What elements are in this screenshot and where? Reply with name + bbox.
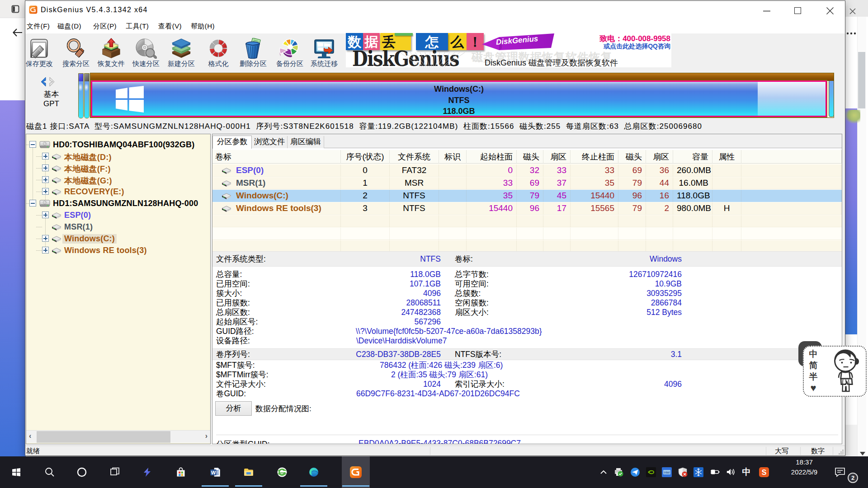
tree-item-MSR(1)[interactable]: MSR(1) xyxy=(26,221,209,233)
table-row-ESP(0)[interactable]: ESP(0)0FAT3203233336936260.0MB xyxy=(212,164,842,177)
toolbar-button-保存更改[interactable]: 保存更改 xyxy=(22,36,57,68)
column-header-filesystem[interactable]: 文件系统 xyxy=(390,150,439,164)
menu-item-6[interactable]: 帮助(H) xyxy=(191,22,215,33)
expand-box[interactable] xyxy=(42,153,49,160)
expand-box[interactable] xyxy=(42,176,49,183)
tab-扇区编辑[interactable]: 扇区编辑 xyxy=(288,136,324,148)
word-icon[interactable]: W xyxy=(210,467,221,478)
ad-banner[interactable]: 磁盘管理数据恢复软件恢复 DiskGenius 数据丢么怎！ DiskGeniu… xyxy=(346,32,671,67)
background-close-icon[interactable] xyxy=(849,7,857,15)
tray-nvidia-icon[interactable] xyxy=(646,467,656,477)
menu-item-4[interactable]: 工具(T) xyxy=(126,22,149,33)
ie-icon[interactable] xyxy=(277,467,288,478)
column-header-end-cyl[interactable]: 终止柱面 xyxy=(571,150,618,164)
table-row-MSR(1)[interactable]: MSR(1)1MSR33693735794416.0MB xyxy=(212,177,842,189)
partition-bar-re[interactable] xyxy=(829,80,834,117)
tray-printer-icon[interactable] xyxy=(614,467,624,477)
detail-label: GUID路径: xyxy=(216,327,254,336)
expand-box[interactable] xyxy=(42,247,49,253)
titlebar[interactable]: DiskGenius V5.4.3.1342 x64 xyxy=(25,1,845,21)
tree-item-本地磁盘(D:)[interactable]: 本地磁盘(D:) xyxy=(26,150,209,162)
menu-item-2[interactable]: 磁盘(D) xyxy=(57,22,81,33)
resize-grip[interactable] xyxy=(838,449,844,455)
expand-box[interactable] xyxy=(42,235,49,242)
menu-item-5[interactable]: 查看(V) xyxy=(158,22,182,33)
partition-bar-c[interactable]: Windows(C:)NTFS118.0GB xyxy=(91,80,827,117)
tray-intel-icon[interactable]: intel xyxy=(662,467,672,477)
tab-浏览文件[interactable]: 浏览文件 xyxy=(252,136,288,148)
store-icon[interactable] xyxy=(175,467,186,478)
diskgenius-taskbar-icon[interactable] xyxy=(349,466,362,479)
start-icon[interactable] xyxy=(11,467,22,478)
toolbar-button-搜索分区[interactable]: 搜索分区 xyxy=(59,36,93,68)
maximize-icon[interactable] xyxy=(794,7,801,14)
tray-snowflake-icon[interactable] xyxy=(693,467,703,477)
tray-ime-icon[interactable]: 中 xyxy=(741,467,751,477)
expand-box[interactable] xyxy=(42,164,49,171)
explorer-icon[interactable] xyxy=(243,467,254,478)
column-header-start-head[interactable]: 磁头 xyxy=(517,150,543,164)
tree-item-本地磁盘(G:)[interactable]: 本地磁盘(G:) xyxy=(26,174,209,186)
tray-chevron-icon[interactable] xyxy=(600,469,607,476)
analyze-button[interactable]: 分析 xyxy=(215,401,252,416)
menu-item-3[interactable]: 分区(P) xyxy=(93,22,117,33)
minibar-msr[interactable] xyxy=(84,73,90,118)
expand-box[interactable] xyxy=(42,211,49,218)
tray-defender-icon[interactable] xyxy=(678,467,688,477)
column-header-volume[interactable]: 卷标 xyxy=(212,150,341,164)
task-view-icon[interactable] xyxy=(109,467,120,478)
table-row-Windows RE tools(3)[interactable]: Windows RE tools(3)3NTFS1544096171556579… xyxy=(212,202,842,215)
tray-sogou-icon[interactable]: S xyxy=(759,467,769,477)
tree-item-RECOVERY(E:)[interactable]: RECOVERY(E:) xyxy=(26,186,209,197)
column-header-start-cyl[interactable]: 起始柱面 xyxy=(467,150,517,164)
close-icon[interactable] xyxy=(826,7,834,14)
cortana-icon[interactable] xyxy=(76,467,87,478)
tray-plane-icon[interactable] xyxy=(630,467,640,477)
column-header-index[interactable]: 序号(状态) xyxy=(341,150,390,164)
background-scroll-down-icon[interactable] xyxy=(859,451,866,456)
toolbar-button-恢复文件[interactable]: 恢复文件 xyxy=(94,36,128,68)
tray-power-icon[interactable] xyxy=(710,467,720,477)
background-more-icon[interactable] xyxy=(846,32,857,35)
tab-分区参数[interactable]: 分区参数 xyxy=(212,136,252,149)
bolt-app-icon[interactable] xyxy=(142,467,153,478)
tree-hscrollbar[interactable]: ‹ › xyxy=(26,430,210,443)
tree-hscrollbar-thumb[interactable] xyxy=(37,431,170,443)
column-header-start-sector[interactable]: 扇区 xyxy=(543,150,571,164)
minimize-icon[interactable] xyxy=(763,10,770,12)
column-header-flag[interactable]: 标识 xyxy=(439,150,467,164)
column-header-capacity[interactable]: 容量 xyxy=(673,150,712,164)
tree-item-HD0:TOSHIBAMQ04ABF100(932GB)[interactable]: HD0:TOSHIBAMQ04ABF100(932GB) xyxy=(26,139,209,150)
column-header-end-sector[interactable]: 扇区 xyxy=(646,150,673,164)
taskbar-clock[interactable]: 18:372022/5/9 xyxy=(782,457,827,477)
tree-item-HD1:SAMSUNGMZNLN128HAHQ-000[interactable]: HD1:SAMSUNGMZNLN128HAHQ-000 xyxy=(26,197,209,209)
background-scrollbar-thumb[interactable] xyxy=(858,52,865,108)
toolbar-button-格式化[interactable]: 格式化 xyxy=(201,36,236,68)
tree-item-Windows(C:)[interactable]: Windows(C:) xyxy=(26,233,209,244)
menu-item-1[interactable]: 文件(F) xyxy=(27,22,50,33)
edge-icon[interactable] xyxy=(308,467,319,478)
scroll-left-icon[interactable]: ‹ xyxy=(29,432,31,440)
disk-nav-arrows[interactable] xyxy=(39,77,58,87)
expand-box[interactable] xyxy=(42,188,49,195)
search-icon[interactable] xyxy=(44,467,55,478)
toolbar-button-新建分区[interactable]: 新建分区 xyxy=(164,36,198,68)
column-header-attr[interactable]: 属性 xyxy=(712,150,741,164)
toolbar-button-删除分区[interactable]: 删除分区 xyxy=(236,36,270,68)
tree-item-Windows RE tools(3)[interactable]: Windows RE tools(3) xyxy=(26,244,209,256)
toolbar-button-备份分区[interactable]: 备份分区 xyxy=(273,36,307,68)
table-row-Windows(C:)[interactable]: Windows(C:)2NTFS357945154409616118.0GB xyxy=(212,190,842,202)
column-header-end-head[interactable]: 磁头 xyxy=(618,150,646,164)
tree-item-ESP(0)[interactable]: ESP(0) xyxy=(26,209,209,221)
scroll-right-icon[interactable]: › xyxy=(205,432,208,440)
tray-speaker-icon[interactable] xyxy=(726,467,736,477)
collapse-box[interactable] xyxy=(29,141,36,148)
toolbar-button-快速分区[interactable]: 快速分区 xyxy=(129,36,163,68)
toolbar-button-系统迁移[interactable]: 系统迁移 xyxy=(307,36,341,68)
notification-icon[interactable] xyxy=(834,466,846,477)
tree-item-本地磁盘(F:)[interactable]: 本地磁盘(F:) xyxy=(26,162,209,174)
detail-row: 文件记录大小:1024索引记录大小:4096 xyxy=(212,380,842,389)
collapse-box[interactable] xyxy=(29,200,36,206)
back-arrow-icon[interactable] xyxy=(12,27,23,38)
minibar-esp[interactable] xyxy=(78,73,84,118)
